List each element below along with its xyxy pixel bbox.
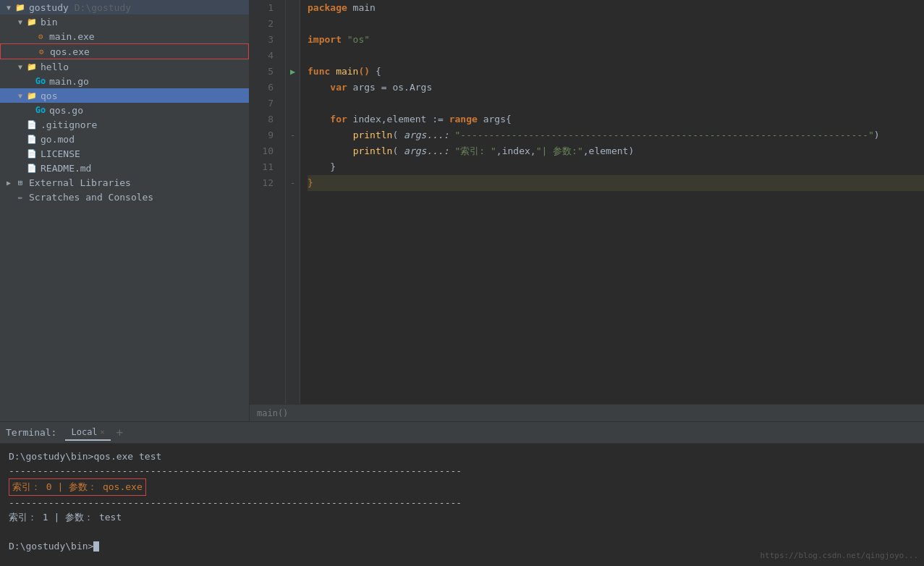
editor-content: 1 2 3 4 5 6 7 8 9 10 11 12 ▶ bbox=[250, 0, 924, 404]
sidebar-item-license[interactable]: 📄 LICENSE bbox=[0, 146, 249, 161]
term-cursor bbox=[93, 541, 99, 552]
ln-3: 3 bbox=[250, 32, 279, 48]
sidebar-root[interactable]: ▼ 📁 gostudy D:\gostudy bbox=[0, 0, 249, 14]
ln-1: 1 bbox=[250, 0, 279, 16]
gitignore-icon: 📄 bbox=[26, 119, 38, 130]
readme-label: README.md bbox=[41, 163, 91, 174]
terminal-tab-local[interactable]: Local ✕ bbox=[65, 425, 110, 441]
ln-11: 11 bbox=[250, 159, 279, 175]
main-exe-icon: ⚙ bbox=[35, 30, 46, 42]
term-line-6 bbox=[9, 525, 915, 539]
terminal-tabs: Terminal: Local ✕ + bbox=[0, 422, 924, 444]
sidebar-item-hello[interactable]: ▼ 📁 hello bbox=[0, 59, 249, 74]
ln-10: 10 bbox=[250, 143, 279, 159]
code-line-4 bbox=[308, 48, 924, 64]
watermark: https://blog.csdn.net/qingjoyo... bbox=[760, 551, 918, 560]
ln-12: 12 bbox=[250, 175, 279, 191]
qos-label: qos bbox=[41, 90, 57, 101]
scratches-icon: ✏ bbox=[14, 191, 26, 203]
terminal-tab-local-label: Local bbox=[71, 427, 97, 437]
ext-libs-arrow: ▶ bbox=[3, 177, 14, 188]
status-text: main() bbox=[257, 408, 288, 418]
bin-folder-icon: 📁 bbox=[26, 16, 38, 28]
code-line-1: package main bbox=[308, 0, 924, 16]
ln-4: 4 bbox=[250, 48, 279, 64]
qos-go-label: qos.go bbox=[49, 105, 83, 116]
root-folder-icon: 📁 bbox=[14, 1, 26, 13]
bin-label: bin bbox=[41, 17, 57, 28]
term-line-1: D:\gostudy\bin>qos.exe test bbox=[9, 449, 915, 464]
gomod-label: go.mod bbox=[41, 134, 75, 145]
qos-folder-icon: 📁 bbox=[26, 90, 38, 101]
sidebar-item-bin[interactable]: ▼ 📁 bin bbox=[0, 14, 249, 29]
hello-label: hello bbox=[41, 62, 69, 72]
main-go-label: main.go bbox=[49, 76, 89, 87]
sidebar-item-qos[interactable]: ▼ 📁 qos bbox=[0, 88, 249, 103]
code-line-11: } bbox=[308, 159, 924, 175]
scratches-label: Scratches and Consoles bbox=[29, 192, 153, 203]
qos-arrow: ▼ bbox=[14, 90, 26, 101]
main-go-icon: Go bbox=[35, 75, 46, 87]
code-line-2 bbox=[308, 16, 924, 32]
sidebar-item-external-libs[interactable]: ▶ ⊞ External Libraries bbox=[0, 175, 249, 190]
root-path: D:\gostudy bbox=[75, 2, 131, 13]
terminal-label: Terminal: bbox=[6, 427, 56, 438]
terminal-tab-close[interactable]: ✕ bbox=[101, 428, 105, 436]
code-line-8: for index,element := range args{ bbox=[308, 111, 924, 127]
ln-2: 2 bbox=[250, 16, 279, 32]
readme-icon: 📄 bbox=[26, 162, 38, 174]
sidebar-item-main-go[interactable]: Go main.go bbox=[0, 74, 249, 88]
code-area[interactable]: package main import "os" func main() { v… bbox=[300, 0, 924, 404]
license-icon: 📄 bbox=[26, 148, 38, 159]
sidebar-item-main-exe[interactable]: ⚙ main.exe bbox=[0, 29, 249, 43]
term-line-2: ----------------------------------------… bbox=[9, 464, 915, 478]
code-line-3: import "os" bbox=[308, 32, 924, 48]
line-numbers: 1 2 3 4 5 6 7 8 9 10 11 12 bbox=[250, 0, 286, 404]
term-highlighted: 索引： 0 | 参数： qos.exe bbox=[9, 478, 146, 496]
gutter-area: ▶ - - bbox=[286, 0, 300, 404]
qos-go-icon: Go bbox=[35, 104, 46, 116]
root-label: gostudy bbox=[29, 2, 69, 13]
code-line-6: var args = os.Args bbox=[308, 80, 924, 96]
ext-libs-label: External Libraries bbox=[29, 177, 131, 188]
hello-folder-icon: 📁 bbox=[26, 61, 38, 72]
qos-exe-label: qos.exe bbox=[50, 46, 90, 57]
code-line-7 bbox=[308, 96, 924, 111]
main-exe-label: main.exe bbox=[49, 31, 95, 42]
code-line-10: println( args...: "索引: ",index,"| 参数:",e… bbox=[308, 143, 924, 159]
fold-gutter-8[interactable]: - bbox=[286, 127, 300, 143]
sidebar-item-gitignore[interactable]: 📄 .gitignore bbox=[0, 117, 249, 132]
ln-7: 7 bbox=[250, 96, 279, 111]
run-gutter-5[interactable]: ▶ bbox=[286, 64, 300, 80]
scratches-arrow bbox=[3, 191, 14, 203]
sidebar: ▼ 📁 gostudy D:\gostudy ▼ 📁 bin ⚙ main.ex… bbox=[0, 0, 250, 421]
term-line-5: 索引： 1 | 参数： test bbox=[9, 510, 915, 525]
ln-5: 5 bbox=[250, 64, 279, 80]
code-line-9: println( args...: "---------------------… bbox=[308, 127, 924, 143]
sidebar-item-scratches[interactable]: ✏ Scratches and Consoles bbox=[0, 190, 249, 204]
license-label: LICENSE bbox=[41, 148, 80, 159]
ln-6: 6 bbox=[250, 80, 279, 96]
gitignore-label: .gitignore bbox=[41, 119, 97, 130]
sidebar-item-readme[interactable]: 📄 README.md bbox=[0, 161, 249, 175]
terminal-add-tab[interactable]: + bbox=[114, 426, 127, 439]
ln-8: 8 bbox=[250, 111, 279, 127]
ext-libs-icon: ⊞ bbox=[14, 177, 26, 188]
sidebar-item-qos-exe[interactable]: ⚙ qos.exe bbox=[0, 43, 249, 59]
root-arrow: ▼ bbox=[3, 1, 14, 13]
editor-status-bar: main() bbox=[250, 404, 924, 421]
code-line-5: func main() { bbox=[308, 64, 924, 80]
term-line-4: ----------------------------------------… bbox=[9, 496, 915, 510]
sidebar-item-qos-go[interactable]: Go qos.go bbox=[0, 103, 249, 117]
code-line-12: } bbox=[308, 175, 924, 191]
term-line-3: 索引： 0 | 参数： qos.exe bbox=[9, 478, 915, 496]
gomod-icon: 📄 bbox=[26, 133, 38, 145]
terminal-body[interactable]: D:\gostudy\bin>qos.exe test ------------… bbox=[0, 444, 924, 566]
editor-area: 1 2 3 4 5 6 7 8 9 10 11 12 ▶ bbox=[250, 0, 924, 421]
ln-9: 9 bbox=[250, 127, 279, 143]
fold-gutter-11[interactable]: - bbox=[286, 175, 300, 191]
sidebar-item-gomod[interactable]: 📄 go.mod bbox=[0, 132, 249, 146]
bin-arrow: ▼ bbox=[14, 16, 26, 28]
main-area: ▼ 📁 gostudy D:\gostudy ▼ 📁 bin ⚙ main.ex… bbox=[0, 0, 924, 421]
terminal-area: Terminal: Local ✕ + D:\gostudy\bin>qos.e… bbox=[0, 421, 924, 566]
